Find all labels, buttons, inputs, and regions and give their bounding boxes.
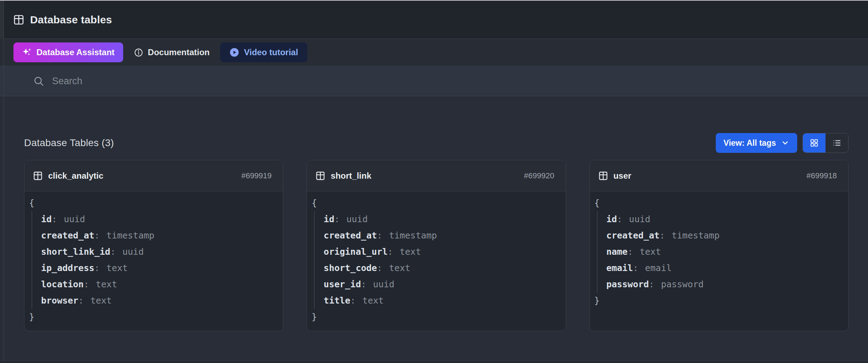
table-schema: { id:uuidcreated_at:timestampshort_link_…: [24, 191, 283, 331]
app-window: Database tables Database Assistant Docum…: [0, 0, 868, 363]
main-content: Database Tables (3) View: All tags: [0, 96, 868, 331]
field-colon: :: [633, 263, 638, 273]
field-name: short_link_id: [41, 247, 110, 257]
field-type: text: [640, 247, 661, 257]
field-type: uuid: [347, 214, 368, 224]
view-mode-toggle: [803, 133, 849, 153]
field-type: text: [362, 295, 384, 306]
field-type: uuid: [122, 247, 144, 257]
field-colon: :: [649, 279, 654, 289]
field-name: location: [41, 279, 84, 289]
field-name: password: [606, 279, 649, 289]
field-row: created_at:timestamp: [606, 227, 840, 244]
field-type: uuid: [629, 214, 650, 224]
sidebar-edge: [0, 1, 4, 39]
toolbar: Database Assistant Documentation Video t…: [0, 39, 868, 66]
field-row: ip_address:text: [41, 260, 274, 276]
field-row: title:text: [324, 293, 557, 309]
table-card[interactable]: short_link #699920 { id:uuidcreated_at:t…: [307, 160, 566, 331]
field-colon: :: [110, 247, 116, 257]
field-row: name:text: [606, 244, 840, 260]
table-icon: [598, 171, 608, 181]
field-type: email: [645, 263, 672, 273]
field-colon: :: [617, 214, 622, 224]
documentation-button[interactable]: Documentation: [132, 42, 211, 62]
field-name: id: [324, 214, 334, 224]
documentation-label: Documentation: [148, 47, 210, 57]
table-id: #699920: [524, 171, 554, 180]
field-name: title: [324, 295, 350, 306]
list-view-button[interactable]: [826, 133, 848, 152]
field-list: id:uuidcreated_at:timestamporiginal_url:…: [314, 211, 557, 309]
field-row: original_url:text: [324, 244, 557, 260]
field-colon: :: [377, 263, 382, 273]
field-type: password: [661, 279, 703, 289]
video-tutorial-button[interactable]: Video tutorial: [220, 42, 307, 62]
database-assistant-button[interactable]: Database Assistant: [13, 42, 123, 62]
database-assistant-label: Database Assistant: [36, 47, 115, 57]
field-type: text: [96, 279, 117, 289]
field-name: user_id: [324, 279, 361, 289]
field-row: browser:text: [41, 293, 274, 309]
field-colon: :: [84, 279, 89, 289]
tables-grid: click_analytic #699919 { id:uuidcreated_…: [24, 160, 849, 331]
table-schema: { id:uuidcreated_at:timestamporiginal_ur…: [307, 191, 565, 331]
field-row: email:email: [606, 260, 840, 276]
table-card-header: user #699918: [590, 160, 848, 191]
field-colon: :: [334, 214, 339, 224]
video-tutorial-label: Video tutorial: [244, 47, 298, 57]
field-name: id: [41, 214, 52, 224]
table-name: user: [613, 171, 632, 181]
view-filter-button[interactable]: View: All tags: [716, 133, 797, 153]
window-bottom-edge: [0, 361, 868, 363]
search-icon: [33, 76, 44, 87]
table-icon: [315, 171, 325, 181]
field-type: text: [90, 295, 112, 306]
field-type: timestamp: [389, 230, 437, 241]
field-type: text: [107, 263, 128, 273]
field-colon: :: [350, 295, 356, 306]
table-card[interactable]: click_analytic #699919 { id:uuidcreated_…: [24, 160, 283, 331]
field-row: id:uuid: [41, 211, 274, 227]
field-name: created_at: [41, 230, 95, 241]
field-colon: :: [52, 214, 57, 224]
field-colon: :: [95, 263, 100, 273]
search-input[interactable]: [52, 76, 868, 87]
field-type: text: [400, 247, 421, 257]
section-title: Database Tables (3): [24, 137, 114, 149]
field-row: short_code:text: [324, 260, 557, 276]
view-controls: View: All tags: [716, 133, 849, 153]
field-name: ip_address: [41, 263, 95, 273]
close-brace: }: [594, 293, 840, 309]
field-name: created_at: [324, 230, 377, 241]
table-schema: { id:uuidcreated_at:timestampname:textem…: [590, 191, 848, 331]
open-brace: {: [29, 195, 274, 211]
field-name: short_code: [324, 263, 377, 273]
table-card-header: short_link #699920: [307, 160, 565, 191]
field-name: email: [606, 263, 633, 273]
table-name: click_analytic: [48, 171, 103, 181]
field-name: created_at: [606, 230, 660, 241]
field-row: id:uuid: [606, 211, 840, 227]
field-colon: :: [361, 279, 366, 289]
field-colon: :: [628, 247, 633, 257]
list-view-icon: [832, 138, 841, 148]
field-colon: :: [659, 230, 665, 241]
sparkles-icon: [22, 47, 32, 57]
page-header: Database tables: [0, 1, 868, 39]
grid-view-button[interactable]: [803, 133, 826, 152]
close-brace: }: [312, 309, 557, 325]
table-id: #699919: [241, 171, 272, 180]
view-filter-label: View: All tags: [724, 138, 776, 148]
field-type: timestamp: [107, 230, 154, 241]
field-list: id:uuidcreated_at:timestampshort_link_id…: [32, 211, 274, 309]
table-icon: [33, 171, 43, 181]
field-name: original_url: [324, 247, 388, 257]
close-brace: }: [29, 309, 274, 325]
field-type: uuid: [64, 214, 85, 224]
grid-view-icon: [810, 138, 819, 148]
field-type: uuid: [373, 279, 394, 289]
field-row: created_at:timestamp: [41, 227, 274, 244]
field-colon: :: [78, 295, 84, 306]
table-card[interactable]: user #699918 { id:uuidcreated_at:timesta…: [589, 160, 849, 331]
